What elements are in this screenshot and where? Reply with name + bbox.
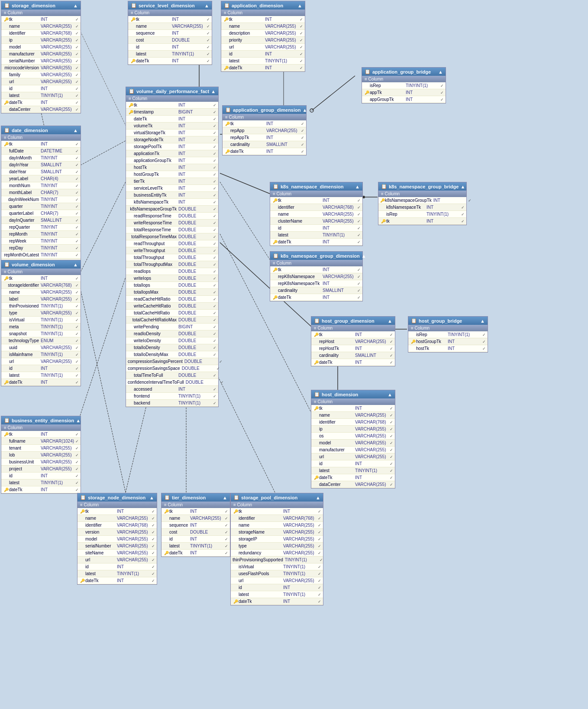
table-row[interactable]: 🔑tkINT✓ <box>311 331 395 338</box>
table-row[interactable]: isVirtualTINYINT(1)✓ <box>1 317 81 324</box>
table-row[interactable]: manufacturerVARCHAR(255)✓ <box>1 51 81 58</box>
table-header-fact[interactable]: 📋 volume_daily_performance_fact ▲ <box>126 87 218 95</box>
table-row[interactable]: identifierVARCHAR(768)✓ <box>231 515 323 522</box>
table-row[interactable]: thinProvisioningSupportedTINYINT(1)✓ <box>231 557 323 563</box>
table-header-host-group[interactable]: 📋 host_group_dimension ▲ <box>311 317 395 325</box>
table-row[interactable]: 🔑tkINT✓ <box>1 16 81 23</box>
table-row[interactable]: technologyTypeENUM✓ <box>1 337 81 344</box>
table-row[interactable]: 🔑timestampBIGINT✓ <box>126 109 218 116</box>
table-row[interactable]: storageNameVARCHAR(255)✓ <box>231 529 323 536</box>
table-row[interactable]: serialNumberVARCHAR(255)✓ <box>1 58 81 65</box>
table-row[interactable]: typeVARCHAR(255)✓ <box>231 543 323 550</box>
table-row[interactable]: modelVARCHAR(255)✓ <box>78 536 157 543</box>
table-row[interactable]: latestTINYINT(1)✓ <box>1 479 81 486</box>
table-row[interactable]: 🔑tkINT✓ <box>311 405 395 412</box>
table-row[interactable]: dateTkINT✓ <box>126 116 218 123</box>
table-row[interactable]: writeIoDensityDOUBLE✓ <box>126 337 218 344</box>
table-row[interactable]: totalCacheHitRatioDOUBLE✓ <box>126 310 218 317</box>
table-row[interactable]: frontendTINYINT(1)✓ <box>126 393 218 400</box>
table-row[interactable]: 🔑tkINT✓ <box>231 508 323 515</box>
table-row[interactable]: repHostTkINT✓ <box>311 345 395 352</box>
table-row[interactable]: fullnameVARCHAR(1024)✓ <box>1 438 81 445</box>
table-row[interactable]: readIoDensityDOUBLE✓ <box>126 330 218 337</box>
table-row[interactable]: 🔑tkINT✓ <box>162 508 230 515</box>
table-k8s-ns-group-dimension[interactable]: 📋 k8s_namespace_group_dimension ▲ ≡ Colu… <box>270 251 363 301</box>
table-row[interactable]: totalResponseTimeDOUBLE✓ <box>126 227 218 233</box>
table-row[interactable]: confidenceIntervalTimeToFullDOUBLE✓ <box>126 379 218 386</box>
table-header-app-group-dim[interactable]: 📋 application_group_dimension ▲ <box>223 106 306 114</box>
table-row[interactable]: familyVARCHAR(255)✓ <box>1 71 81 78</box>
table-header-tier[interactable]: 📋 tier_dimension ▲ <box>162 493 230 502</box>
table-row[interactable]: 🔑dateTkINT✓ <box>1 379 81 386</box>
table-row[interactable]: monthLabelCHAR(7)✓ <box>1 189 81 196</box>
table-service-level-dimension[interactable]: 📋 service_level_dimension ▲ ≡ Column 🔑tk… <box>128 1 212 65</box>
table-row[interactable]: usesFlashPoolsTINYINT(1)✓ <box>231 570 323 577</box>
table-row[interactable]: modelVARCHAR(255)✓ <box>1 44 81 51</box>
table-row[interactable]: cardinalitySMALLINT✓ <box>311 352 395 359</box>
table-row[interactable]: appGroupTkINT✓ <box>362 96 446 103</box>
table-row[interactable]: 🔑dateTkINT✓ <box>223 148 306 155</box>
table-row[interactable]: totalIopsMaxDOUBLE✓ <box>126 289 218 296</box>
table-row[interactable]: identifierVARCHAR(768)✓ <box>270 204 362 211</box>
table-row[interactable]: urlVARCHAR(255)✓ <box>1 78 81 85</box>
table-row[interactable]: repK8sNamespaceVARCHAR(255)✓ <box>270 273 362 280</box>
table-row[interactable]: nameVARCHAR(255)✓ <box>128 23 212 30</box>
table-row[interactable]: repWeekTINYINT✓ <box>1 238 81 245</box>
table-header-application[interactable]: 📋 application_dimension ▲ <box>221 1 305 10</box>
table-row[interactable]: identifierVARCHAR(768)✓ <box>78 522 157 529</box>
table-row[interactable]: idINT✓ <box>128 44 212 51</box>
table-row[interactable]: serialNumberVARCHAR(255)✓ <box>78 543 157 550</box>
table-row[interactable]: latestTINYINT(1)✓ <box>162 543 230 550</box>
table-row[interactable]: businessEntityTkINT✓ <box>126 192 218 199</box>
table-row[interactable]: nameVARCHAR(255)✓ <box>78 515 157 522</box>
table-app-group-dimension[interactable]: 📋 application_group_dimension ▲ ≡ Column… <box>222 105 307 155</box>
table-row[interactable]: volumeTkINT✓ <box>126 123 218 129</box>
table-row[interactable]: 🔑dateTkINT✓ <box>270 239 362 246</box>
table-row[interactable]: costDOUBLE✓ <box>128 37 212 44</box>
table-row[interactable]: 🔑dateTkINT✓ <box>162 550 230 557</box>
table-row[interactable]: identifierVARCHAR(768)✓ <box>311 419 395 426</box>
table-row[interactable]: 🔑tkINT✓ <box>378 218 466 225</box>
table-row[interactable]: storageIPVARCHAR(255)✓ <box>231 536 323 543</box>
table-row[interactable]: hostTkINT✓ <box>126 164 218 171</box>
table-header-volume[interactable]: 📋 volume_dimension ▲ <box>1 260 81 269</box>
table-row[interactable]: totalTimeToFullDOUBLE✓ <box>126 372 218 379</box>
table-row[interactable]: writeCacheHitRatioDOUBLE✓ <box>126 303 218 310</box>
table-row[interactable]: urlVARCHAR(255)✓ <box>1 358 81 365</box>
table-row[interactable]: totalIoDensityMaxDOUBLE✓ <box>126 351 218 358</box>
table-row[interactable]: microcodeVersionVARCHAR(255)✓ <box>1 65 81 71</box>
table-row[interactable]: lobVARCHAR(255)✓ <box>1 452 81 459</box>
table-row[interactable]: idINT✓ <box>221 51 305 58</box>
table-host-group-bridge[interactable]: 📋 host_group_bridge ▲ ≡ Column isRepTINY… <box>408 316 488 353</box>
table-row[interactable]: idINT✓ <box>162 536 230 543</box>
table-row[interactable]: repMonthOrLatestTINYINT✓ <box>1 252 81 259</box>
table-row[interactable]: latestTINYINT(1)✓ <box>270 232 362 239</box>
table-date-dimension[interactable]: 📋 date_dimension ▲ ≡ Column 🔑tkINT✓ full… <box>1 126 81 280</box>
table-row[interactable]: 🔑tkINT✓ <box>1 275 81 282</box>
table-row[interactable]: 🔑tkINT✓ <box>1 141 81 148</box>
table-row[interactable]: manufacturerVARCHAR(255)✓ <box>311 447 395 453</box>
table-row[interactable]: nameVARCHAR(255)✓ <box>1 289 81 296</box>
table-header-storage-dimension[interactable]: 📋 storage_dimension ▲ <box>1 1 81 10</box>
table-header-app-group-bridge[interactable]: 📋 application_group_bridge ▲ <box>362 68 446 76</box>
table-row[interactable]: repK8sNamespaceTkINT✓ <box>270 280 362 287</box>
table-row[interactable]: quarterLabelCHAR(7)✓ <box>1 210 81 217</box>
table-row[interactable]: nameVARCHAR(255)✓ <box>221 23 305 30</box>
table-row[interactable]: snapshotTINYINT(1)✓ <box>1 330 81 337</box>
table-row[interactable]: 🔑hostGroupTkINT✓ <box>408 338 488 345</box>
table-row[interactable]: 🔑tkINT✓ <box>1 431 81 438</box>
table-row[interactable]: dataCenterVARCHAR(255)✓ <box>311 481 395 488</box>
table-row[interactable]: isMainframeTINYINT(1)✓ <box>1 351 81 358</box>
table-row[interactable]: fullDateDATETIME✓ <box>1 148 81 155</box>
table-row[interactable]: tierTkINT✓ <box>126 178 218 185</box>
table-row[interactable]: hostTkINT✓ <box>408 345 488 352</box>
table-row[interactable]: 🔑tkINT✓ <box>221 16 305 23</box>
table-row[interactable]: siteNameVARCHAR(255)✓ <box>78 550 157 557</box>
table-row[interactable]: totalThroughputMaxDOUBLE✓ <box>126 261 218 268</box>
table-business-entity-dimension[interactable]: 📋 business_entity_dimension ▲ ≡ Column 🔑… <box>1 416 81 494</box>
table-row[interactable]: nameVARCHAR(255)✓ <box>1 23 81 30</box>
table-row[interactable]: 🔑dateTkINT✓ <box>311 359 395 366</box>
table-volume-daily-perf-fact[interactable]: 📋 volume_daily_performance_fact ▲ ≡ Colu… <box>126 87 219 407</box>
table-volume-dimension[interactable]: 📋 volume_dimension ▲ ≡ Column 🔑tkINT✓ st… <box>1 260 81 386</box>
table-header-storage-pool[interactable]: 📋 storage_pool_dimension ▲ <box>231 493 323 502</box>
